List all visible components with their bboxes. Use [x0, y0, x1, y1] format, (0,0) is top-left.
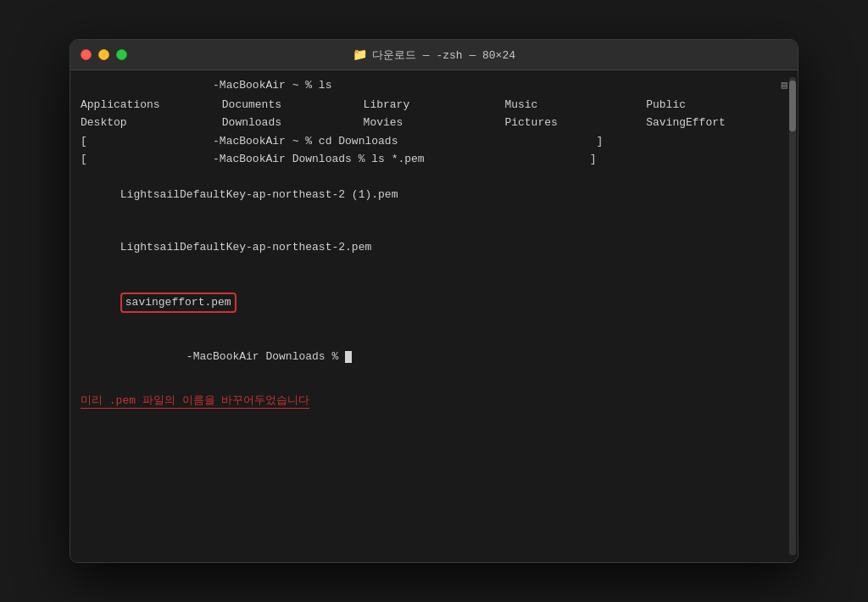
terminal-body[interactable]: -MacBookAir ~ % ls ▤ Applications Docume… [70, 70, 798, 562]
highlighted-file: savingeffort.pem [120, 293, 236, 314]
window-title: 다운로드 — -zsh — 80×24 [372, 47, 515, 63]
cursor [345, 351, 352, 363]
ls-item: Desktop [81, 114, 222, 132]
terminal-line: -MacBookAir ~ % ls ▤ [81, 77, 787, 95]
file-name: LightsailDefaultKey-ap-northeast-2 (1).p… [120, 188, 398, 201]
terminal-line: LightsailDefaultKey-ap-northeast-2.pem [81, 221, 787, 274]
traffic-lights [81, 49, 127, 60]
ls-item: Public [646, 97, 787, 114]
scrollbar-thumb[interactable] [789, 81, 796, 131]
titlebar-text: 📁 다운로드 — -zsh — 80×24 [353, 47, 515, 63]
scrollbar[interactable] [789, 77, 796, 555]
command-text: [ -MacBookAir Downloads % ls *.pem ] [81, 151, 597, 169]
command-text: -MacBookAir ~ % ls [81, 79, 331, 92]
annotation-container: 미리 .pem 파일의 이름을 바꾸어두었습니다 [81, 389, 787, 409]
bracket-left: -MacBookAir ~ % ls [81, 77, 331, 95]
terminal-line: savingeffort.pem [81, 275, 787, 331]
terminal-window: 📁 다운로드 — -zsh — 80×24 -MacBookAir ~ % ls… [70, 39, 798, 563]
terminal-line: LightsailDefaultKey-ap-northeast-2 (1).p… [81, 169, 787, 221]
ls-item: Documents [222, 97, 364, 114]
ls-item: Music [504, 97, 646, 114]
ls-item: Pictures [504, 114, 646, 132]
terminal-line: [ -MacBookAir Downloads % ls *.pem ] [81, 151, 787, 169]
ls-item: SavingEffort [646, 114, 787, 132]
close-button[interactable] [81, 49, 92, 60]
scroll-indicator: ▤ [782, 78, 787, 94]
folder-icon: 📁 [353, 47, 367, 62]
ls-item: Movies [364, 114, 505, 132]
ls-item: Library [364, 97, 505, 114]
terminal-prompt-line: -MacBookAir Downloads % [81, 331, 787, 383]
bracket-right: ▤ [782, 78, 787, 94]
command-text: [ -MacBookAir ~ % cd Downloads ] [81, 133, 603, 151]
terminal-line: [ -MacBookAir ~ % cd Downloads ] [81, 133, 787, 151]
file-name: LightsailDefaultKey-ap-northeast-2.pem [120, 241, 371, 254]
prompt-text: -MacBookAir Downloads % [120, 350, 345, 363]
ls-output-grid: Applications Documents Library Music Pub… [81, 97, 787, 132]
minimize-button[interactable] [98, 49, 109, 60]
maximize-button[interactable] [116, 49, 127, 60]
ls-item: Applications [81, 97, 222, 114]
titlebar: 📁 다운로드 — -zsh — 80×24 [70, 40, 798, 70]
annotation-text: 미리 .pem 파일의 이름을 바꾸어두었습니다 [81, 393, 309, 409]
ls-item: Downloads [222, 114, 364, 132]
